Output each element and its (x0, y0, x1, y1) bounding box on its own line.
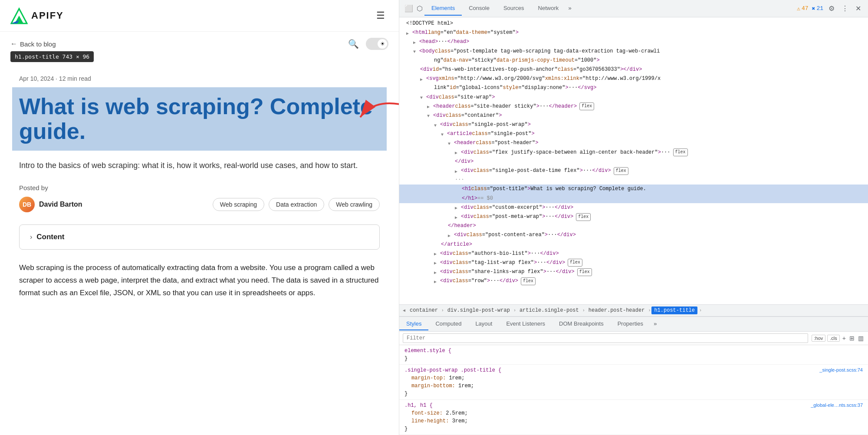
pseudo-cls-btn[interactable]: .cls (827, 335, 840, 342)
chevron-right-icon: › (30, 233, 32, 241)
dom-line: ▶<div class="tag-list-wrap flex"> ··· </… (399, 258, 868, 267)
panel-tab-layout[interactable]: Layout (468, 318, 499, 330)
styles-filter-row: :hov .cls + ⊞ ▥ (399, 332, 868, 345)
style-rule-h1: .h1, h1 { _global-ele…nts.scss:37 font-s… (399, 400, 868, 435)
dom-line: </header> (399, 221, 868, 231)
header-actions: 🔍 ☀ (346, 37, 388, 51)
blog-header: APIFY ☰ (0, 0, 399, 32)
panel-tab-properties[interactable]: Properties (611, 318, 650, 330)
error-badge: ✖ 21 (812, 5, 823, 12)
dom-line: ▶<svg xmlns="http://www.w3.org/2000/svg"… (399, 74, 868, 83)
theme-toggle[interactable]: ☀ (366, 38, 388, 50)
breadcrumb-h1-post-title[interactable]: h1.post-title (651, 306, 697, 314)
breadcrumb-sep: › (513, 308, 517, 313)
breadcrumb-bar: ◀ container › div.single-post-wrap › art… (399, 304, 868, 316)
dom-line: ▼<div class="container"> (399, 111, 868, 120)
logo-area: APIFY (10, 7, 64, 24)
apify-logo-icon (10, 7, 28, 24)
dom-line: ▶<header class="site-header sticky"> ···… (399, 102, 868, 111)
panel-tabs: Styles Computed Layout Event Listeners D… (399, 317, 868, 332)
content-label: Content (36, 233, 64, 241)
hamburger-button[interactable]: ☰ (373, 8, 388, 23)
dom-line: link" id="global-icons" style="display:n… (399, 83, 868, 92)
blog-content: Apr 10, 2024 · 12 min read What is web s… (0, 58, 399, 310)
devtools-settings-icon[interactable]: ⚙ (827, 3, 836, 14)
styles-content: :hov .cls + ⊞ ▥ element.style { } .singl… (399, 332, 868, 435)
dom-ellipsis: ··· (399, 175, 868, 185)
dom-line: <!DOCTYPE html> (399, 19, 868, 28)
tag-web-crawling[interactable]: Web crawling (329, 198, 380, 211)
author-avatar: DB (19, 197, 35, 212)
back-to-blog-link[interactable]: ← Back to blog (10, 40, 56, 48)
logo-text: APIFY (31, 10, 64, 21)
panel-tabs-more[interactable]: » (650, 318, 661, 330)
error-icon: ✖ (812, 5, 815, 12)
dom-line: ▼<header class="post-header"> (399, 138, 868, 148)
devtools-inspect-icon[interactable]: ⬜ (403, 3, 415, 14)
dom-line-h1-close[interactable]: </h1> == $0 (399, 194, 868, 203)
dom-line-h1[interactable]: <h1 class="post-title">What is web scrap… (399, 185, 868, 194)
new-style-rule-btn[interactable]: ⊞ (848, 334, 855, 343)
blog-panel: APIFY ☰ ← Back to blog 🔍 ☀ h1.post-title… (0, 0, 399, 435)
devtools-more-icon[interactable]: ⋮ (840, 3, 850, 14)
dom-line: ▼<div class="single-post-wrap"> (399, 120, 868, 129)
tag-data-extraction[interactable]: Data extraction (269, 198, 324, 211)
devtools-tabs-more[interactable]: » (566, 2, 574, 15)
breadcrumb-expand[interactable]: › (698, 308, 703, 313)
tab-console[interactable]: Console (462, 1, 496, 16)
panel-tab-styles[interactable]: Styles (399, 318, 428, 330)
breadcrumb-expand-icon[interactable]: ◀ (403, 308, 405, 313)
dom-line: ▶<div class="share-links-wrap flex"> ···… (399, 267, 868, 277)
tab-sources[interactable]: Sources (496, 1, 531, 16)
breadcrumb-header-post-header[interactable]: header.post-header (586, 306, 648, 314)
tags-container: Web scraping Data extraction Web crawlin… (213, 198, 380, 211)
dom-line: ▶<head> ··· </head> (399, 37, 868, 46)
style-rule-single-post: .single-post-wrap .post-title { _single-… (399, 365, 868, 400)
style-rule-element: element.style { } (399, 345, 868, 365)
tab-network[interactable]: Network (531, 1, 566, 16)
pseudo-buttons: :hov .cls + ⊞ ▥ (812, 334, 865, 343)
dom-line: ▶<html lang="en" data-theme="system"> (399, 28, 868, 37)
back-arrow-icon: ← (10, 40, 17, 48)
theme-toggle-knob: ☀ (378, 39, 387, 49)
post-title-highlight: What is web scraping? Complete guide. (12, 87, 387, 151)
styles-filter-input[interactable] (403, 333, 808, 343)
dom-line: ▶<div class="authors-bio-list"> ··· </di… (399, 249, 868, 258)
dom-line: ▼<div class="site-wrap"> (399, 93, 868, 102)
add-style-btn[interactable]: + (842, 334, 847, 343)
devtools-tabs: ⬜ ⬡ Elements Console Sources Network » ⚠… (399, 0, 868, 17)
breadcrumb-container[interactable]: container (407, 306, 441, 314)
back-to-blog-label: Back to blog (20, 40, 56, 48)
color-picker-btn[interactable]: ▥ (857, 334, 865, 343)
dom-line: ▶<div class="post-meta-wrap"> ··· </div>… (399, 212, 868, 221)
dom-line: ▶<div class="post-content-area"> ··· </d… (399, 231, 868, 240)
dom-line: ▼<body class="post-template tag-web-scra… (399, 47, 868, 56)
panel-tab-dom-breakpoints[interactable]: DOM Breakpoints (552, 318, 611, 330)
pseudo-hov-btn[interactable]: :hov (812, 335, 826, 342)
dom-line: </div> (399, 157, 868, 166)
panel-tab-computed[interactable]: Computed (428, 318, 468, 330)
element-tooltip: h1.post-title 743 × 96 (10, 51, 94, 62)
panel-tab-event-listeners[interactable]: Event Listeners (499, 318, 552, 330)
dom-line: ▶<div class="single-post-date-time flex"… (399, 166, 868, 175)
dom-line: ▶<div class="row"> ··· </div>flex (399, 277, 868, 286)
tag-web-scraping[interactable]: Web scraping (213, 198, 264, 211)
devtools-close-icon[interactable]: ✕ (854, 3, 863, 14)
dom-line: ▼<article class="single-post"> (399, 129, 868, 138)
breadcrumb-sep: › (582, 308, 586, 313)
warning-icon: ⚠ (797, 5, 800, 12)
dom-line: ▶<div class="flex justify-space-between … (399, 148, 868, 157)
author-tags-row: DB David Barton Web scraping Data extrac… (19, 197, 380, 212)
search-button[interactable]: 🔍 (346, 37, 361, 51)
dom-line: <div id="hs-web-interactives-top-push-an… (399, 65, 868, 74)
tab-elements[interactable]: Elements (424, 1, 462, 16)
breadcrumb-article-single-post[interactable]: article.single-post (517, 306, 582, 314)
dom-tree[interactable]: <!DOCTYPE html> ▶<html lang="en" data-th… (399, 17, 868, 304)
posted-by-label: Posted by (19, 184, 380, 191)
breadcrumb-sep: › (441, 308, 445, 313)
breadcrumb-single-post-wrap[interactable]: div.single-post-wrap (445, 306, 513, 314)
devtools-device-icon[interactable]: ⬡ (415, 3, 424, 14)
bottom-panel: Styles Computed Layout Event Listeners D… (399, 316, 868, 435)
content-box[interactable]: › Content (19, 224, 380, 250)
dom-line: ▶<div class="custom-excerpt"> ··· </div> (399, 203, 868, 212)
